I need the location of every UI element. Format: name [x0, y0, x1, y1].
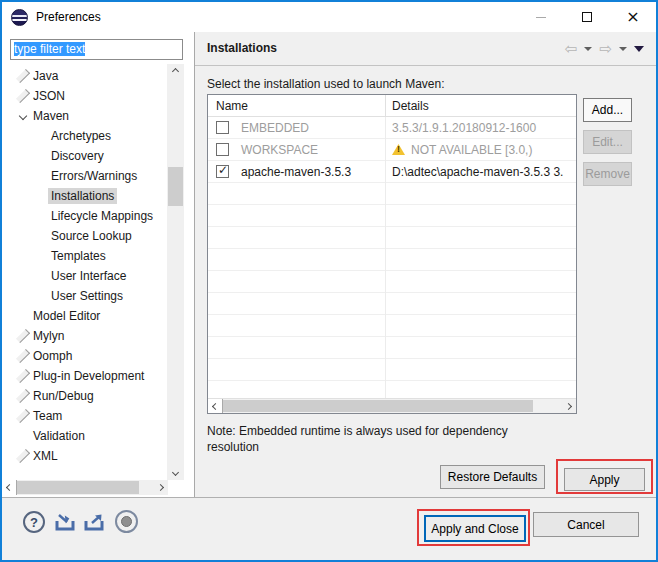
instruction-text: Select the installation used to launch M… [207, 77, 444, 91]
close-button[interactable]: × [610, 2, 656, 32]
tree-item-xml[interactable]: XML [2, 446, 168, 466]
tree-item-mylyn[interactable]: Mylyn [2, 326, 168, 346]
column-header-details[interactable]: Details [386, 95, 576, 116]
tree-item-installations[interactable]: Installations [2, 186, 168, 206]
tree-item-validation[interactable]: Validation [2, 426, 168, 446]
help-icon[interactable]: ? [23, 511, 45, 533]
tree-item-templates[interactable]: Templates [2, 246, 168, 266]
warning-icon [392, 144, 405, 155]
record-preferences-icon[interactable] [115, 510, 138, 533]
sidebar: type filter text Java JSON Maven Archety… [2, 32, 195, 497]
scrollbar-thumb[interactable] [168, 167, 183, 206]
back-menu-icon[interactable] [584, 47, 592, 51]
tree-vertical-scrollbar[interactable] [167, 64, 184, 480]
preferences-dialog: Preferences × type filter text Java JSON… [0, 0, 658, 562]
maximize-icon [582, 12, 592, 22]
edit-button[interactable]: Edit... [583, 130, 632, 154]
history-nav: ⇦ ⇨ [565, 32, 644, 66]
maximize-button[interactable] [564, 2, 610, 32]
chevron-right-icon[interactable] [16, 449, 30, 463]
scroll-left-icon[interactable] [2, 480, 17, 495]
chevron-right-icon[interactable] [16, 329, 30, 343]
forward-arrow-icon[interactable]: ⇨ [599, 42, 612, 57]
table-row-empty [208, 359, 576, 381]
chevron-right-icon[interactable] [16, 89, 30, 103]
page-title: Installations [207, 41, 277, 55]
table-row-empty [208, 249, 576, 271]
minimize-button[interactable] [518, 2, 564, 32]
checkbox-unchecked[interactable] [216, 143, 229, 156]
tree-item-run-debug[interactable]: Run/Debug [2, 386, 168, 406]
table-row-empty [208, 205, 576, 227]
table-row-empty [208, 227, 576, 249]
apply-annotation-box: Apply [556, 459, 653, 494]
tree-item-plugin-development[interactable]: Plug-in Development [2, 366, 168, 386]
tree-horizontal-scrollbar[interactable] [2, 480, 168, 495]
tree-item-model-editor[interactable]: Model Editor [2, 306, 168, 326]
tree-item-discovery[interactable]: Discovery [2, 146, 168, 166]
minimize-icon [536, 17, 546, 18]
tree-item-errors-warnings[interactable]: Errors/Warnings [2, 166, 168, 186]
tree-item-lifecycle-mappings[interactable]: Lifecycle Mappings [2, 206, 168, 226]
scroll-right-icon[interactable] [561, 399, 576, 413]
filter-input[interactable]: type filter text [10, 39, 183, 60]
scroll-left-icon[interactable] [208, 399, 223, 413]
restore-defaults-button[interactable]: Restore Defaults [440, 465, 545, 489]
tree-item-maven[interactable]: Maven [2, 106, 168, 126]
table-horizontal-scrollbar[interactable] [208, 398, 576, 413]
scroll-right-icon[interactable] [153, 480, 168, 495]
apply-and-close-annotation-box: Apply and Close [417, 509, 530, 546]
tree-item-user-settings[interactable]: User Settings [2, 286, 168, 306]
preferences-tree: Java JSON Maven Archetypes Discovery Err… [2, 66, 168, 466]
tree-item-user-interface[interactable]: User Interface [2, 266, 168, 286]
page-header: Installations ⇦ ⇨ [195, 32, 656, 66]
main-panel: Installations ⇦ ⇨ Select the installatio… [195, 32, 656, 497]
tree-item-team[interactable]: Team [2, 406, 168, 426]
forward-menu-icon[interactable] [619, 47, 627, 51]
table-row-empty [208, 337, 576, 359]
chevron-right-icon[interactable] [16, 369, 30, 383]
add-button[interactable]: Add... [583, 98, 632, 122]
chevron-right-icon[interactable] [16, 409, 30, 423]
dialog-body: type filter text Java JSON Maven Archety… [2, 32, 656, 497]
remove-button[interactable]: Remove [583, 162, 632, 186]
tree-item-json[interactable]: JSON [2, 86, 168, 106]
table-row-embedded[interactable]: EMBEDDED 3.5.3/1.9.1.20180912-1600 [208, 117, 576, 139]
title-bar: Preferences × [2, 2, 656, 32]
back-arrow-icon[interactable]: ⇦ [565, 42, 578, 57]
scroll-down-icon[interactable] [167, 465, 184, 480]
chevron-right-icon[interactable] [16, 389, 30, 403]
checkbox-checked[interactable] [216, 165, 229, 178]
apply-button[interactable]: Apply [564, 468, 645, 491]
scrollbar-thumb[interactable] [223, 400, 533, 412]
dialog-footer: ? Apply and Close Cancel [2, 497, 656, 560]
chevron-down-icon[interactable] [19, 112, 27, 120]
chevron-right-icon[interactable] [16, 349, 30, 363]
scrollbar-thumb[interactable] [17, 481, 139, 494]
table-row-empty [208, 315, 576, 337]
tree-item-oomph[interactable]: Oomph [2, 346, 168, 366]
table-row-workspace[interactable]: WORKSPACE NOT AVAILABLE [3.0,) [208, 139, 576, 161]
eclipse-logo-icon [11, 9, 28, 26]
import-preferences-icon[interactable] [54, 513, 79, 532]
view-menu-icon[interactable] [634, 46, 644, 52]
table-header: Name Details [208, 95, 576, 117]
tree-item-archetypes[interactable]: Archetypes [2, 126, 168, 146]
installations-table: Name Details EMBEDDED 3.5.3/1.9.1.201809… [207, 94, 577, 414]
note-text: Note: Embedded runtime is always used fo… [207, 423, 555, 455]
cancel-button[interactable]: Cancel [533, 512, 639, 537]
filter-input-text: type filter text [14, 42, 85, 56]
tree-item-java[interactable]: Java [2, 66, 168, 86]
apply-and-close-button[interactable]: Apply and Close [424, 515, 526, 542]
window-title: Preferences [36, 10, 101, 24]
scroll-up-icon[interactable] [167, 64, 184, 79]
table-row-empty [208, 293, 576, 315]
column-header-name[interactable]: Name [208, 95, 386, 116]
table-row-apache-maven[interactable]: apache-maven-3.5.3 D:\adtec\apache-maven… [208, 161, 576, 183]
tree-item-source-lookup[interactable]: Source Lookup [2, 226, 168, 246]
table-row-empty [208, 183, 576, 205]
export-preferences-icon[interactable] [83, 513, 108, 532]
checkbox-unchecked[interactable] [216, 121, 229, 134]
table-row-empty [208, 271, 576, 293]
chevron-right-icon[interactable] [16, 69, 30, 83]
